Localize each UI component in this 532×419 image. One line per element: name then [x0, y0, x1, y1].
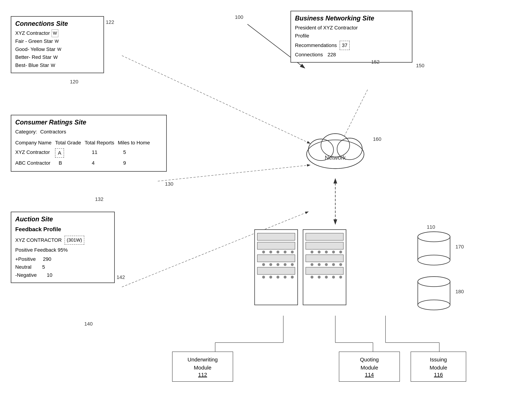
svg-point-67 [318, 276, 321, 278]
svg-rect-33 [257, 242, 295, 249]
network-cloud-svg: Network [301, 122, 369, 176]
row2-name: ABC Contractor [15, 158, 55, 168]
bns-president: President of XYZ Contractor [295, 24, 408, 32]
quoting-label1: Quoting [345, 355, 394, 364]
ref-122: 122 [106, 19, 114, 25]
svg-rect-65 [306, 267, 343, 275]
issuing-label1: Issuing [416, 355, 460, 364]
svg-rect-59 [306, 255, 343, 262]
ref-152: 152 [371, 59, 380, 65]
svg-point-66 [311, 276, 313, 278]
svg-point-64 [339, 263, 342, 266]
svg-point-46 [262, 276, 265, 278]
svg-point-43 [284, 263, 286, 266]
ratings-table: Company Name Total Grade Total Reports M… [15, 138, 154, 168]
svg-point-42 [276, 263, 279, 266]
svg-point-47 [269, 276, 272, 278]
ref-100: 100 [235, 14, 243, 20]
bns-rec-value: 37 [340, 41, 350, 50]
svg-point-49 [284, 276, 286, 278]
business-networking-box: Business Networking Site President of XY… [290, 11, 412, 63]
auction-neg-label: -Negative [15, 271, 37, 279]
row2-miles: 9 [118, 158, 154, 168]
svg-point-62 [325, 263, 328, 266]
svg-point-77 [418, 300, 450, 310]
quoting-module: Quoting Module 114 [339, 352, 400, 382]
issuing-label2: Module [416, 364, 460, 372]
table-row: XYZ Contractor A 11 5 [15, 148, 154, 158]
ref-180: 180 [455, 289, 464, 295]
svg-point-69 [332, 276, 335, 278]
ref-120: 120 [70, 79, 78, 85]
underwriting-module: Underwriting Module 112 [172, 352, 233, 382]
col-miles: Miles to Home [118, 138, 154, 148]
row2-grade: B [55, 158, 85, 168]
issuing-num: 116 [416, 372, 460, 378]
svg-point-35 [269, 250, 272, 253]
issuing-module: Issuing Module 116 [411, 352, 466, 382]
bns-rec-label: Recommendations [295, 41, 337, 50]
svg-text:Network: Network [325, 155, 346, 161]
svg-point-57 [332, 250, 335, 253]
connections-site-content: XYZ Contractor W Fair - Green Star W Goo… [15, 29, 100, 69]
db-cylinder-1 [416, 231, 452, 271]
svg-point-50 [291, 276, 294, 278]
underwriting-label2: Module [178, 364, 227, 372]
col-grade: Total Grade [55, 138, 85, 148]
svg-point-58 [339, 250, 342, 253]
connections-fair-w: W [55, 38, 59, 45]
svg-point-74 [418, 232, 450, 242]
consumer-ratings-box: Consumer Ratings Site Category: Contract… [11, 115, 167, 172]
connections-xyz-w: W [52, 29, 58, 37]
connections-fair: Fair - Green Star [15, 37, 53, 45]
crs-cat-value: Contractors [40, 129, 66, 134]
svg-point-44 [291, 263, 294, 266]
business-networking-title: Business Networking Site [295, 14, 408, 22]
connections-good: Good- Yellow Star [15, 45, 55, 53]
ref-140: 140 [84, 321, 93, 327]
auction-heading: Feedback Profile [15, 225, 110, 234]
ref-142: 142 [117, 275, 125, 280]
quoting-num: 114 [345, 372, 394, 378]
svg-rect-45 [257, 267, 295, 275]
auction-pos-label: +Positive [15, 255, 36, 263]
db-cylinder-2 [416, 276, 452, 316]
svg-point-41 [269, 263, 272, 266]
connections-better: Better- Red Star [15, 53, 52, 61]
table-row: ABC Contractor B 4 9 [15, 158, 154, 168]
ref-130: 130 [165, 181, 173, 187]
col-company: Company Name [15, 138, 55, 148]
auction-site-box: Auction Site Feedback Profile XYZ CONTRA… [11, 212, 115, 283]
svg-point-63 [332, 263, 335, 266]
svg-point-60 [311, 263, 313, 266]
svg-point-78 [418, 276, 450, 287]
connections-better-w: W [53, 54, 58, 61]
auction-feedback: Positive Feedback 95% [15, 246, 110, 254]
svg-point-37 [284, 250, 286, 253]
connections-best-w: W [51, 62, 55, 69]
underwriting-num: 112 [178, 372, 227, 378]
connections-xyz: XYZ Contractor [15, 29, 50, 37]
svg-line-6 [158, 165, 310, 181]
bns-conn-value: 228 [328, 51, 336, 59]
consumer-ratings-title: Consumer Ratings Site [15, 118, 162, 126]
crs-cat-label: Category: [15, 129, 37, 134]
row1-miles: 5 [118, 148, 154, 158]
auction-pos-val: 290 [43, 255, 51, 263]
auction-neu-label: Neutral [15, 263, 31, 271]
bns-conn-label: Connections [295, 51, 323, 59]
svg-rect-39 [257, 255, 295, 262]
svg-point-55 [318, 250, 321, 253]
auction-neu-val: 5 [42, 263, 45, 271]
connections-best: Best- Blue Star [15, 61, 49, 69]
row1-name: XYZ Contractor [15, 148, 55, 158]
server-svg [251, 226, 386, 319]
auction-site-title: Auction Site [15, 215, 110, 223]
svg-rect-53 [306, 242, 343, 249]
col-reports: Total Reports [85, 138, 118, 148]
svg-point-61 [318, 263, 321, 266]
svg-point-40 [262, 263, 265, 266]
ref-150: 150 [416, 63, 424, 68]
row1-reports: 11 [85, 148, 118, 158]
svg-point-73 [418, 255, 450, 265]
